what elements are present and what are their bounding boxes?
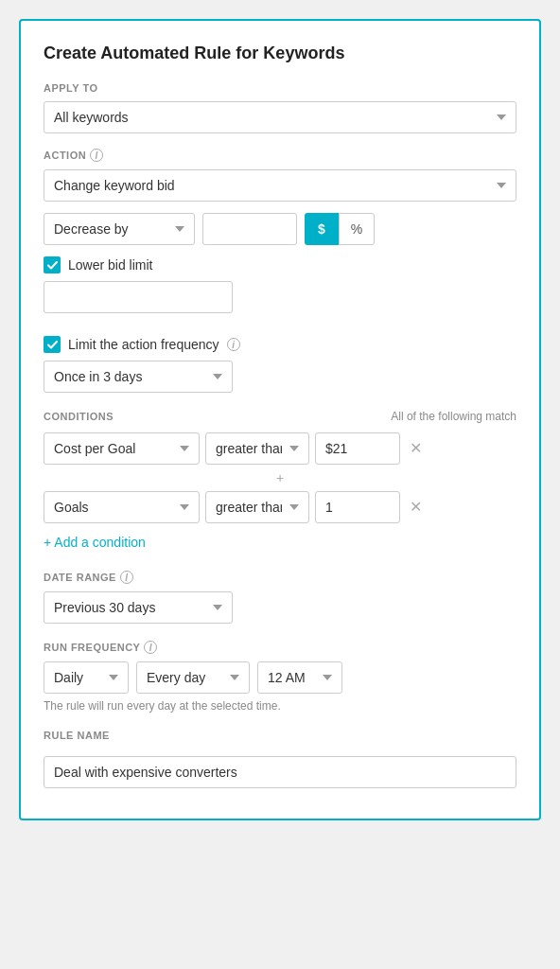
apply-to-select[interactable]: All keywords Selected keywords [44, 101, 516, 133]
condition-value-input-2[interactable] [315, 491, 400, 523]
action-select[interactable]: Change keyword bid Pause Enable [44, 169, 516, 202]
condition-type-select-2[interactable]: Goals Cost per Goal CPC CTR [44, 491, 200, 523]
limit-frequency-row: Limit the action frequency i [44, 336, 516, 353]
page-title: Create Automated Rule for Keywords [44, 44, 516, 63]
run-freq-select[interactable]: Daily Weekly Monthly [44, 661, 129, 694]
conditions-header: CONDITIONS All of the following match [44, 410, 516, 423]
rule-name-section-label: RULE NAME [44, 730, 516, 741]
date-range-select[interactable]: Previous 30 days Previous 7 days Today Y… [44, 591, 233, 624]
apply-to-label: APPLY TO [44, 82, 516, 94]
remove-condition-1-button[interactable]: ✕ [406, 441, 426, 456]
conditions-label: CONDITIONS [44, 411, 114, 422]
condition-type-select-1[interactable]: Cost per Goal Goals CPC CTR [44, 432, 200, 465]
decrease-by-select[interactable]: Decrease by Increase by Set to [44, 213, 195, 245]
lower-bid-limit-checkbox[interactable] [44, 256, 61, 273]
action-label: ACTION i [44, 149, 516, 162]
percent-button[interactable]: % [339, 213, 375, 245]
run-frequency-info-icon[interactable]: i [144, 641, 157, 654]
run-time-select[interactable]: 12 AM 1 AM 6 AM 12 PM [257, 661, 342, 694]
run-frequency-note: The rule will run every day at the selec… [44, 699, 516, 713]
lower-bid-limit-label: Lower bid limit [68, 257, 152, 273]
date-range-section-label: DATE RANGE i [44, 571, 516, 584]
lower-bid-limit-input[interactable]: $1 [44, 281, 233, 313]
condition-connector: + [44, 470, 516, 485]
remove-condition-2-button[interactable]: ✕ [406, 500, 426, 515]
limit-frequency-info-icon[interactable]: i [227, 338, 240, 351]
condition-row-2: Goals Cost per Goal CPC CTR greater than… [44, 491, 516, 523]
action-info-icon[interactable]: i [90, 149, 103, 162]
create-rule-card: Create Automated Rule for Keywords APPLY… [19, 19, 541, 820]
condition-value-input-1[interactable] [315, 432, 400, 465]
conditions-match-label: All of the following match [391, 410, 516, 423]
run-day-select[interactable]: Every day Weekdays Weekends [136, 661, 250, 694]
frequency-select[interactable]: Once in 3 days Once a day Once a week [44, 361, 233, 393]
run-frequency-row: Daily Weekly Monthly Every day Weekdays … [44, 661, 516, 694]
limit-frequency-label: Limit the action frequency [68, 337, 219, 352]
dollar-button[interactable]: $ [305, 213, 339, 245]
lower-bid-limit-row: Lower bid limit [44, 256, 516, 273]
bid-amount-input[interactable]: $0.5 [202, 213, 297, 245]
limit-frequency-checkbox[interactable] [44, 336, 61, 353]
currency-toggle: $ % [305, 213, 375, 245]
date-range-info-icon[interactable]: i [120, 571, 133, 584]
condition-operator-select-1[interactable]: greater than less than equals [205, 432, 309, 465]
condition-row-1: Cost per Goal Goals CPC CTR greater than… [44, 432, 516, 465]
run-frequency-section-label: RUN FREQUENCY i [44, 641, 516, 654]
rule-name-input[interactable] [44, 756, 516, 788]
add-condition-button[interactable]: + Add a condition [44, 531, 146, 554]
condition-operator-select-2[interactable]: greater than less than equals [205, 491, 309, 523]
